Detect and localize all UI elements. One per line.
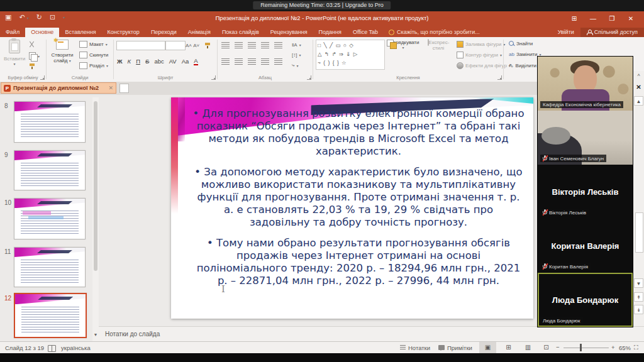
tab-close-icon[interactable]: ✕	[108, 85, 113, 91]
align-center-icon[interactable]	[235, 58, 243, 65]
zoom-slider-thumb[interactable]	[580, 344, 582, 351]
tell-me-box[interactable]: Скажіть, що потрібно зробити...	[384, 28, 485, 37]
slide-thumbnail-12-selected[interactable]	[14, 293, 87, 338]
justify-icon[interactable]	[261, 58, 269, 65]
tab-design[interactable]: Конструктор	[102, 28, 145, 37]
tab-insert[interactable]: Вставлення	[59, 28, 101, 37]
tab-transitions[interactable]: Переходи	[145, 28, 182, 37]
participant-video-1[interactable]: Кафедра Економічна кібернетика	[538, 57, 633, 111]
find-button[interactable]: Знайти	[509, 41, 533, 47]
zoom-percentage[interactable]: 65%	[619, 344, 631, 351]
numbering-icon[interactable]	[235, 42, 243, 48]
slide-text-body[interactable]: • Для прогнозування розвитку електронної…	[192, 107, 525, 295]
notes-toggle[interactable]: Нотатки	[400, 344, 430, 351]
tab-view[interactable]: Подання	[313, 28, 347, 37]
bullets-icon[interactable]	[221, 42, 230, 48]
participant-video-3[interactable]: Вікторія Леськів Вікторія Леськів	[538, 165, 633, 219]
underline-button[interactable]: П	[136, 58, 140, 65]
cut-button[interactable]	[29, 41, 35, 48]
align-text-button[interactable]: [↕]▾	[292, 52, 301, 58]
bold-button[interactable]: Ж	[117, 58, 123, 65]
replace-button[interactable]: abЗамінити▾	[509, 52, 541, 57]
shape-fill-button[interactable]: Заливка фігури▾	[457, 41, 505, 48]
zoom-slider-track[interactable]	[564, 348, 609, 348]
sign-in-button[interactable]: Увійти	[552, 28, 580, 37]
shape-outline-button[interactable]: Контур фігури▾	[457, 52, 502, 58]
text-direction-button[interactable]: ǁА▾	[292, 42, 301, 48]
select-button[interactable]: ⇖Виділити	[509, 62, 536, 69]
restore-icon[interactable]: ❐	[602, 11, 621, 26]
slide-thumbnail-9[interactable]	[14, 150, 86, 190]
align-left-icon[interactable]	[221, 58, 230, 65]
font-name-combo[interactable]	[116, 41, 165, 50]
comments-toggle[interactable]: Примітки	[438, 344, 472, 351]
share-button[interactable]: Спільний доступ	[580, 28, 644, 37]
tab-review[interactable]: Рецензування	[265, 28, 313, 37]
quick-styles-button[interactable]: Експрес- стилі	[424, 40, 453, 51]
thumbnail-scrollbar-thumb[interactable]	[94, 101, 97, 271]
close-icon[interactable]: ✕	[621, 11, 640, 26]
change-case-button[interactable]: Aa	[182, 58, 189, 65]
italic-button[interactable]: К	[128, 58, 131, 65]
spellcheck-icon[interactable]	[48, 345, 56, 353]
shapes-gallery[interactable]: □ ╲ ╱ ▭ ○ ◇△ ↰ ↱ ⇒ ⇓ ▷~ ( ) { } ☆	[316, 40, 385, 70]
slide-thumbnail-8[interactable]	[14, 101, 86, 143]
paragraph-dialog-launcher[interactable]	[307, 75, 311, 80]
decrease-indent-icon[interactable]	[248, 42, 256, 48]
current-slide[interactable]: • Для прогнозування розвитку електронної…	[171, 97, 533, 319]
tab-office-tab[interactable]: Office Tab	[347, 28, 384, 37]
zoom-out-button[interactable]: −	[556, 344, 560, 351]
scroll-up-icon[interactable]: ▲	[634, 96, 643, 106]
remaining-meeting-time[interactable]: Remaining Meeting Time: 03:25 | Upgrade …	[253, 1, 391, 9]
font-color-button[interactable]: А	[194, 57, 197, 65]
copy-button[interactable]: ▾	[29, 52, 40, 60]
previous-slide-icon[interactable]: ↟	[634, 292, 643, 302]
scrollbar-thumb[interactable]	[635, 212, 643, 253]
new-slide-button[interactable]: ✱ Створити слайд ▾	[48, 40, 77, 64]
collapse-ribbon-icon[interactable]: ˄	[634, 72, 643, 78]
participant-video-5-active-speaker[interactable]: Люда Бондарюк Люда Бондарюк	[538, 273, 633, 327]
align-right-icon[interactable]	[248, 58, 256, 65]
new-tab-button[interactable]	[119, 84, 129, 93]
ribbon-display-options-icon[interactable]: ⊞	[565, 11, 584, 26]
grow-shrink-font[interactable]: A˄ A˅	[186, 42, 211, 48]
normal-view-button[interactable]: ▣	[479, 342, 496, 353]
tab-slideshow[interactable]: Показ слайдів	[216, 28, 265, 37]
fit-to-window-icon[interactable]: ⛶	[634, 344, 638, 351]
document-tab[interactable]: P Презентація до дипломної №2 ✕	[1, 82, 116, 94]
next-slide-icon[interactable]: ↡	[634, 305, 643, 314]
zoom-in-button[interactable]: +	[611, 344, 615, 351]
arrange-button[interactable]: Упорядкувати ▾	[385, 40, 421, 51]
format-painter-button[interactable]	[29, 63, 35, 69]
drawing-dialog-launcher[interactable]	[497, 75, 502, 80]
paste-button[interactable]: Вставити ▾	[3, 40, 26, 67]
slide-sorter-view-button[interactable]: ⊞	[500, 342, 517, 353]
tab-home[interactable]: Основне	[25, 28, 59, 37]
section-button[interactable]: Розділ▾	[79, 62, 108, 69]
strikethrough-button[interactable]: S	[145, 58, 149, 65]
scroll-down-icon[interactable]: ▼	[634, 278, 643, 288]
participant-video-4[interactable]: Коритан Валерія Коритан Валерія	[538, 219, 633, 273]
shape-effects-button[interactable]: Ефекти для фігур▾	[457, 62, 511, 69]
font-dialog-launcher[interactable]	[211, 75, 216, 80]
close-pane-icon[interactable]: ✕	[634, 84, 643, 90]
layout-button[interactable]: Макет▾	[79, 41, 108, 48]
text-shadow-button[interactable]: abc	[154, 58, 164, 65]
convert-smartart-button[interactable]: ⤷▾	[292, 62, 299, 69]
notes-pane[interactable]: Нотатки до слайда	[99, 326, 644, 342]
line-spacing-icon[interactable]	[274, 42, 282, 48]
tab-file[interactable]: Файл	[0, 28, 25, 37]
character-spacing-button[interactable]: AV	[169, 58, 177, 65]
slide-counter[interactable]: Слайд 12 з 19	[5, 344, 44, 351]
clipboard-dialog-launcher[interactable]	[40, 75, 45, 80]
reading-view-button[interactable]: ▥	[519, 342, 536, 353]
slideshow-view-button[interactable]: ⊡	[538, 342, 555, 353]
tab-animations[interactable]: Анімація	[182, 28, 216, 37]
minimize-icon[interactable]: —	[584, 11, 602, 26]
slide-thumbnail-10[interactable]	[14, 198, 86, 239]
slide-thumbnail-11[interactable]	[14, 247, 86, 287]
language-indicator[interactable]: українська	[61, 344, 91, 351]
thumbnail-scroll-down-icon[interactable]: ▼	[92, 331, 99, 339]
font-size-combo[interactable]	[165, 41, 186, 50]
increase-indent-icon[interactable]	[261, 42, 269, 48]
